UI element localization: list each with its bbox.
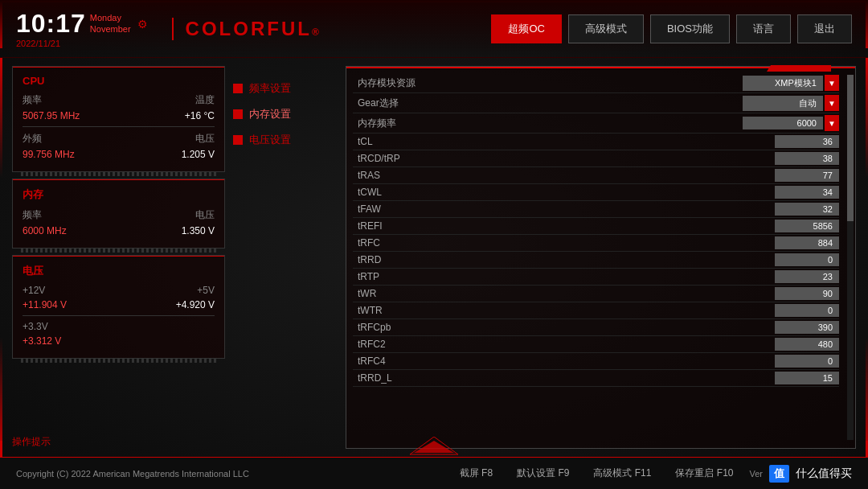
dropdown-arrow-icon[interactable]: ▼ xyxy=(825,75,839,91)
memory-row[interactable]: tWTR0 xyxy=(353,302,839,319)
header: 10:17 Monday November ⚙ 2022/11/21 COLOR… xyxy=(0,0,868,58)
day-label: Monday xyxy=(90,13,131,23)
memory-row-label: Gear选择 xyxy=(353,93,473,113)
memory-row[interactable]: tRFC40 xyxy=(353,353,839,370)
site-name: 什么值得买 xyxy=(796,466,852,481)
right-panel-top-deco xyxy=(767,65,831,72)
memory-row-value[interactable]: 480 xyxy=(473,336,839,353)
memory-row[interactable]: tRFCpb390 xyxy=(353,319,839,336)
cpu-card: CPU 频率 温度 5067.95 MHz +16 °C 外频 电压 99.75… xyxy=(12,66,225,172)
nav-language[interactable]: 语言 xyxy=(736,14,791,43)
memory-row-value[interactable]: 0 xyxy=(473,302,839,319)
menu-item-freq[interactable]: 频率设置 xyxy=(233,78,338,99)
memory-row[interactable]: tRRD_L15 xyxy=(353,370,839,387)
memory-row[interactable]: tRRD0 xyxy=(353,252,839,269)
memory-row-value[interactable]: 36 xyxy=(473,134,839,150)
shortcut-default: 默认设置 F9 xyxy=(517,466,569,480)
memory-row-label: tRAS xyxy=(353,167,473,184)
op-hint: 操作提示 xyxy=(12,432,225,449)
scrollbar-thumb xyxy=(847,75,854,221)
volt-divider xyxy=(23,315,215,316)
main-content: CPU 频率 温度 5067.95 MHz +16 °C 外频 电压 99.75… xyxy=(0,58,868,457)
cpu-freq-label: 频率 xyxy=(23,93,42,107)
logo-badge: 值 xyxy=(769,465,789,483)
memory-row-label: tWTR xyxy=(353,302,473,319)
memory-row-value[interactable]: 90 xyxy=(473,286,839,302)
memory-row-value[interactable]: 23 xyxy=(473,269,839,286)
memory-row[interactable]: tRCD/tRP38 xyxy=(353,150,839,167)
memory-row[interactable]: 内存频率6000▼ xyxy=(353,113,839,134)
menu-label-freq: 频率设置 xyxy=(249,81,291,96)
cpu-card-title: CPU xyxy=(23,75,215,87)
nav-advanced[interactable]: 高级模式 xyxy=(568,14,644,43)
bottom-bar: Copyright (C) 2022 American Megatrends I… xyxy=(0,457,868,489)
memory-row-value[interactable]: 0 xyxy=(473,353,839,370)
center-bottom-decoration xyxy=(402,437,466,457)
memory-row-label: tRRD_L xyxy=(353,370,473,387)
memory-row-value[interactable]: 5856 xyxy=(473,218,839,235)
volt-33-val-row: +3.312 V xyxy=(23,335,215,347)
memory-row-value[interactable]: XMP模块1▼ xyxy=(473,73,839,93)
cpu-freq-val-row: 5067.95 MHz +16 °C xyxy=(23,110,215,121)
memory-row-value[interactable]: 884 xyxy=(473,235,839,252)
memory-row[interactable]: tFAW32 xyxy=(353,201,839,218)
memory-row-label: 内存频率 xyxy=(353,113,473,134)
memory-row-value[interactable]: 34 xyxy=(473,184,839,201)
memory-row-label: tRFC4 xyxy=(353,353,473,370)
day-month-block: Monday November xyxy=(90,13,131,34)
nav-overclocking[interactable]: 超频OC xyxy=(491,14,562,43)
mem-values-row: 6000 MHz 1.350 V xyxy=(23,225,215,236)
cpu-ext-row: 外频 电压 xyxy=(23,132,215,146)
memory-row-value[interactable]: 32 xyxy=(473,201,839,218)
memory-row[interactable]: tRFC884 xyxy=(353,235,839,252)
memory-card: 内存 频率 电压 6000 MHz 1.350 V xyxy=(12,179,225,249)
memory-row[interactable]: tCWL34 xyxy=(353,184,839,201)
volt-12-label: +12V xyxy=(23,285,45,296)
memory-row-value[interactable]: 390 xyxy=(473,319,839,336)
memory-row-value[interactable]: 15 xyxy=(473,370,839,387)
volt-33-label: +3.3V xyxy=(23,321,48,332)
memory-row-label: tCL xyxy=(353,134,473,150)
dropdown-arrow-icon[interactable]: ▼ xyxy=(825,115,839,131)
memory-row[interactable]: tRFC2480 xyxy=(353,336,839,353)
scrollbar[interactable] xyxy=(847,75,854,440)
memory-row-label: tREFI xyxy=(353,218,473,235)
voltage-card: 电压 +12V +5V +11.904 V +4.920 V +3.3V +3.… xyxy=(12,255,225,359)
shortcut-screenshot: 截屏 F8 xyxy=(460,466,493,480)
month-label: November xyxy=(90,24,131,35)
volt-12-5-label-row: +12V +5V xyxy=(23,285,215,296)
mem-freq-value: 6000 MHz xyxy=(23,225,67,236)
memory-row-label: tRFC xyxy=(353,235,473,252)
nav-bios[interactable]: BIOS功能 xyxy=(650,14,730,43)
memory-settings-scroll[interactable]: 内存模块资源XMP模块1▼Gear选择自动▼内存频率6000▼tCL36tRCD… xyxy=(353,73,849,442)
brand-suffix: ® xyxy=(312,27,321,38)
memory-row-value[interactable]: 6000▼ xyxy=(473,113,839,134)
memory-row-value[interactable]: 自动▼ xyxy=(473,93,839,113)
memory-row[interactable]: Gear选择自动▼ xyxy=(353,93,839,113)
nav-exit[interactable]: 退出 xyxy=(797,14,852,43)
memory-row[interactable]: tREFI5856 xyxy=(353,218,839,235)
volt-33-label-row: +3.3V xyxy=(23,321,215,332)
memory-row-value[interactable]: 77 xyxy=(473,167,839,184)
memory-row[interactable]: tCL36 xyxy=(353,134,839,150)
nav-buttons: 超频OC 高级模式 BIOS功能 语言 退出 xyxy=(491,14,852,43)
memory-row-value[interactable]: 0 xyxy=(473,252,839,269)
mem-labels-row: 频率 电压 xyxy=(23,208,215,222)
mem-freq-label: 频率 xyxy=(23,208,42,222)
menu-dot-voltage xyxy=(233,135,243,145)
memory-row[interactable]: 内存模块资源XMP模块1▼ xyxy=(353,73,839,93)
volt-12-5-val-row: +11.904 V +4.920 V xyxy=(23,299,215,310)
brand-logo: COLORFUL® xyxy=(172,18,321,40)
memory-row[interactable]: tWR90 xyxy=(353,286,839,302)
shortcuts: 截屏 F8 默认设置 F9 高级模式 F11 保存重启 F10 xyxy=(460,466,734,480)
time-display: 10:17 Monday November ⚙ xyxy=(16,9,148,39)
menu-label-voltage: 电压设置 xyxy=(249,133,291,147)
memory-row-value[interactable]: 38 xyxy=(473,150,839,167)
memory-row[interactable]: tRAS77 xyxy=(353,167,839,184)
memory-settings-table: 内存模块资源XMP模块1▼Gear选择自动▼内存频率6000▼tCL36tRCD… xyxy=(353,73,839,387)
menu-item-voltage[interactable]: 电压设置 xyxy=(233,129,338,150)
shortcut-advanced: 高级模式 F11 xyxy=(593,466,651,480)
dropdown-arrow-icon[interactable]: ▼ xyxy=(825,95,839,111)
menu-item-memory[interactable]: 内存设置 xyxy=(233,104,338,125)
memory-row[interactable]: tRTP23 xyxy=(353,269,839,286)
